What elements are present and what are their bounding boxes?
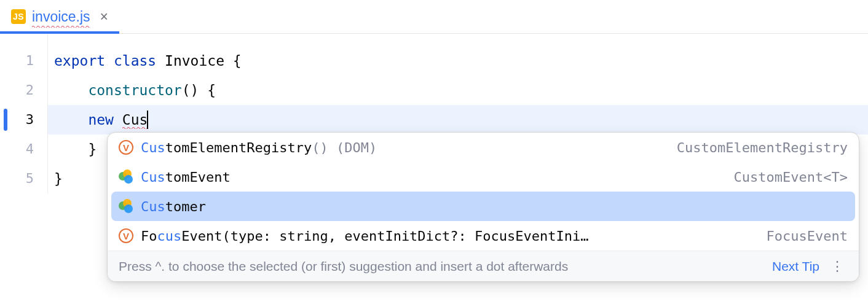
- more-options-icon[interactable]: ⋮: [828, 258, 848, 274]
- tab-invoice-js[interactable]: JS invoice.js ×: [0, 0, 119, 33]
- completion-tip: Press ^. to choose the selected (or firs…: [119, 259, 763, 274]
- line-number[interactable]: 2: [0, 76, 47, 105]
- completion-item-type: CustomEvent<T>: [734, 169, 848, 185]
- code-line[interactable]: constructor() {: [48, 76, 868, 105]
- code-line-active[interactable]: new Cus: [48, 105, 868, 134]
- completion-item[interactable]: V FocusEvent(type: string, eventInitDict…: [108, 221, 859, 251]
- code-line[interactable]: export class Invoice {: [48, 46, 868, 76]
- js-file-icon: JS: [11, 9, 26, 24]
- line-number[interactable]: 4: [0, 134, 47, 164]
- completion-item[interactable]: V CustomElementRegistry() (DOM) CustomEl…: [108, 133, 859, 162]
- completion-item-type: FocusEvent: [767, 228, 848, 244]
- line-number[interactable]: 5: [0, 164, 47, 193]
- error-squiggle-icon: [32, 25, 90, 28]
- tab-close-button[interactable]: ×: [100, 9, 108, 25]
- line-number[interactable]: 1: [0, 46, 47, 76]
- next-tip-link[interactable]: Next Tip: [772, 259, 819, 274]
- tab-filename: invoice.js: [32, 9, 90, 25]
- line-number[interactable]: 3: [0, 105, 47, 134]
- tab-bar: JS invoice.js ×: [0, 0, 868, 34]
- completion-item-selected[interactable]: Customer: [111, 192, 855, 221]
- variable-icon: V: [119, 228, 133, 243]
- variable-icon: V: [119, 140, 133, 155]
- completion-popup: V CustomElementRegistry() (DOM) CustomEl…: [107, 132, 859, 282]
- text-caret: [147, 111, 148, 129]
- completion-item[interactable]: CustomEvent CustomEvent<T>: [108, 162, 859, 192]
- completion-footer: Press ^. to choose the selected (or firs…: [108, 251, 859, 281]
- class-icon: [119, 199, 133, 214]
- completion-item-type: CustomElementRegistry: [677, 140, 848, 155]
- class-icon: [119, 169, 133, 184]
- gutter: 1 2 3 4 5: [0, 34, 48, 193]
